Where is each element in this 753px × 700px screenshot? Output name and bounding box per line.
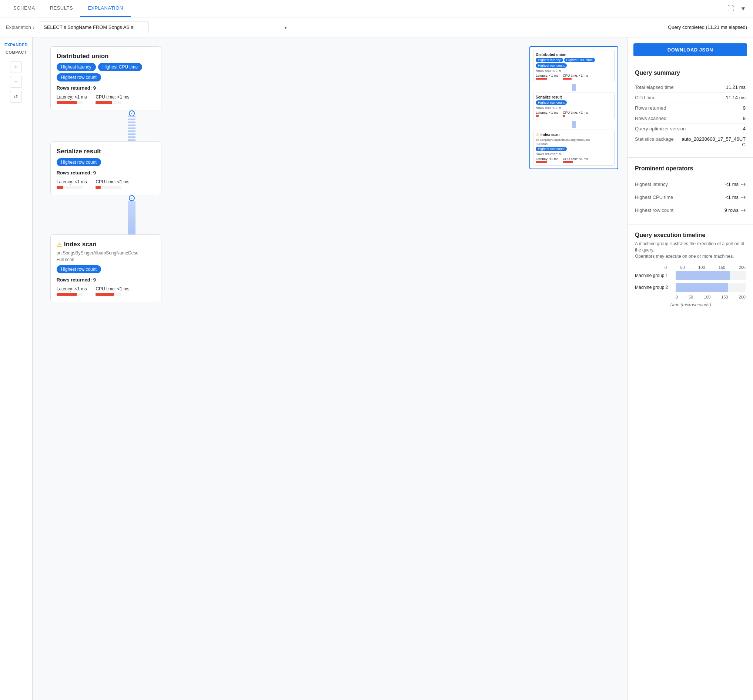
prominent-row-1: Highest CPU time<1 ms ⇢ — [635, 191, 745, 204]
summary-rows: Total elapsed time11.21 msCPU time11.14 … — [635, 82, 745, 150]
axis-100-bot: 100 — [704, 295, 711, 299]
badge-highest-latency-1[interactable]: Highest latency — [57, 63, 96, 71]
bar-label-0: Machine group 1 — [635, 273, 676, 278]
download-json-btn[interactable]: DOWNLOAD JSON — [633, 43, 747, 56]
badge-highest-rows-2[interactable]: Highest row count — [57, 158, 101, 166]
bar-row-0: Machine group 1 — [635, 271, 745, 280]
query-bar: Explanation › SELECT s.SongName FROM Son… — [0, 17, 753, 38]
distributed-union-rows: Rows returned: 9 — [57, 85, 155, 91]
summary-val-0: 11.21 ms — [726, 84, 745, 90]
expand-icon[interactable]: ▾ — [739, 2, 747, 15]
prominent-row-0: Highest latency<1 ms ⇢ — [635, 178, 745, 191]
prominent-val-1: <1 ms ⇢ — [725, 194, 745, 201]
distributed-union-title: Distributed union — [57, 53, 155, 60]
axis-200-bot: 200 — [739, 295, 745, 299]
badge-highest-rows-1[interactable]: Highest row count — [57, 73, 101, 81]
zoom-out-btn[interactable]: − — [10, 76, 22, 88]
axis-title: Time (microseconds) — [635, 302, 745, 308]
reset-zoom-btn[interactable]: ↺ — [10, 91, 22, 103]
axis-150-top: 150 — [719, 265, 725, 270]
minimap-sr-metrics: Latency: <1 ms CPU time: <1 ms — [536, 111, 612, 117]
fullscreen-icon[interactable]: ⛶ — [725, 3, 736, 15]
connector-block-1 — [128, 116, 136, 142]
chevron-right-icon: › — [33, 24, 34, 31]
cpu-label-3: CPU time: <1 ms — [95, 286, 129, 292]
minimap-is-badges: Highest row count — [536, 147, 612, 151]
latency-bar-fill-3 — [57, 293, 77, 296]
connector-2: ✓ — [50, 195, 161, 234]
tab-schema[interactable]: SCHEMA — [6, 0, 42, 17]
query-select-wrap[interactable]: SELECT s.SongName FROM Songs AS s; — [39, 21, 291, 33]
link-icon-1[interactable]: ⇢ — [741, 194, 745, 201]
distributed-union-card: Distributed union Highest latency Highes… — [50, 46, 161, 110]
index-scan-on: on SongsBySingerAlbumSongNameDesc — [57, 250, 155, 256]
minimap-warning-icon: ⚠ — [536, 132, 539, 137]
prominent-key-2: Highest row count — [635, 208, 673, 213]
breadcrumb: Explanation › — [6, 24, 34, 31]
link-icon-2[interactable]: ⇢ — [741, 207, 745, 214]
minimap-du-title: Distributed union — [536, 53, 612, 57]
zoom-in-btn[interactable]: + — [10, 61, 22, 73]
minimap-badge-rows3: Highest row count — [536, 147, 567, 151]
axis-labels-top: 0 50 100 150 200 — [635, 265, 745, 270]
minimap-index-scan: ⚠ Index scan on SongsBySingerAlbumSongNa… — [533, 130, 614, 166]
latency-label-3: Latency: <1 ms — [57, 286, 87, 292]
connector-block-2 — [128, 201, 136, 234]
timeline-section: Query execution timeline A machine group… — [628, 225, 753, 315]
minimap-sr-rows: Rows returned: 9 — [536, 106, 612, 109]
badge-highest-cpu-1[interactable]: Highest CPU time — [98, 63, 142, 71]
badge-highest-rows-3[interactable]: Highest row count — [57, 265, 101, 273]
serialize-result-metrics: Latency: <1 ms CPU time: <1 ms — [57, 179, 155, 189]
minimap-badge-rows1: Highest row count — [536, 63, 567, 68]
timeline-desc: A machine group illustrates the executio… — [635, 241, 745, 259]
compact-view-btn[interactable]: COMPACT — [3, 49, 29, 55]
minimap-sr-latency: Latency: <1 ms — [536, 111, 558, 114]
minimap-is-latency-bar — [536, 161, 547, 163]
left-panel: EXPANDED COMPACT + − ↺ — [0, 38, 33, 700]
minimap-du-latency: Latency: <1 ms — [536, 74, 558, 77]
summary-row-5: Statistics packageauto_20230608_17_57_46… — [635, 134, 745, 150]
axis-100-top: 100 — [698, 265, 705, 270]
tabs-left: SCHEMA RESULTS EXPLANATION — [6, 0, 131, 17]
cpu-bar-3 — [95, 293, 122, 296]
tab-results[interactable]: RESULTS — [42, 0, 81, 17]
minimap-is-title: Index scan — [541, 133, 560, 137]
minimap-sr-title: Serialize result — [536, 95, 612, 99]
prominent-operators-title: Prominent operators — [635, 165, 745, 172]
timeline-title: Query execution timeline — [635, 232, 745, 239]
latency-bar-fill-2 — [57, 186, 63, 189]
minimap-distributed-union: Distributed union Highest latency Highes… — [533, 50, 614, 82]
main-content: EXPANDED COMPACT + − ↺ Distributed union… — [0, 38, 753, 700]
tab-explanation[interactable]: EXPLANATION — [80, 0, 131, 17]
serialize-result-badges: Highest row count — [57, 158, 155, 166]
minimap-is-cpu-bar — [563, 161, 573, 163]
minimap-connector-1 — [572, 84, 576, 91]
summary-key-3: Rows scanned — [635, 116, 666, 121]
connector-dot-2: ✓ — [129, 195, 135, 201]
prominent-rows: Highest latency<1 ms ⇢Highest CPU time<1… — [635, 178, 745, 217]
chart-area: 0 50 100 150 200 Machine group 1 Machine… — [635, 265, 745, 308]
query-select[interactable]: SELECT s.SongName FROM Songs AS s; — [39, 21, 149, 33]
minimap-is-latency: Latency: <1 ms — [536, 157, 558, 161]
summary-row-4: Query optimizer version4 — [635, 124, 745, 134]
minimap-is-header: ⚠ Index scan — [536, 132, 612, 137]
timeline-desc-1: A machine group illustrates the executio… — [635, 241, 745, 253]
minimap-du-cpu-bar — [563, 78, 572, 80]
summary-val-5: auto_20230608_17_57_46UTC — [679, 136, 745, 147]
tabs-bar: SCHEMA RESULTS EXPLANATION ⛶ ▾ — [0, 0, 753, 17]
link-icon-0[interactable]: ⇢ — [741, 181, 745, 188]
cpu-label-1: CPU time: <1 ms — [95, 94, 129, 100]
minimap-connector-2 — [572, 121, 576, 128]
expanded-view-btn[interactable]: EXPANDED — [3, 42, 29, 48]
minimap-is-on: on SongsBySingerAlbumSongNameDesc — [536, 138, 612, 142]
summary-key-5: Statistics package — [635, 136, 674, 147]
right-panel: DOWNLOAD JSON Query summary Total elapse… — [627, 38, 753, 700]
minimap-is-rows: Rows returned: 9 — [536, 152, 612, 156]
axis-50-top: 50 — [680, 265, 685, 270]
diagram-area: Distributed union Highest latency Highes… — [33, 38, 627, 700]
serialize-result-card: Serialize result Highest row count Rows … — [50, 142, 161, 195]
latency-bar-fill-1 — [57, 101, 77, 104]
cpu-bar-2 — [95, 186, 122, 189]
query-summary-section: Query summary Total elapsed time11.21 ms… — [628, 62, 753, 158]
index-scan-full: Full scan — [57, 257, 155, 262]
